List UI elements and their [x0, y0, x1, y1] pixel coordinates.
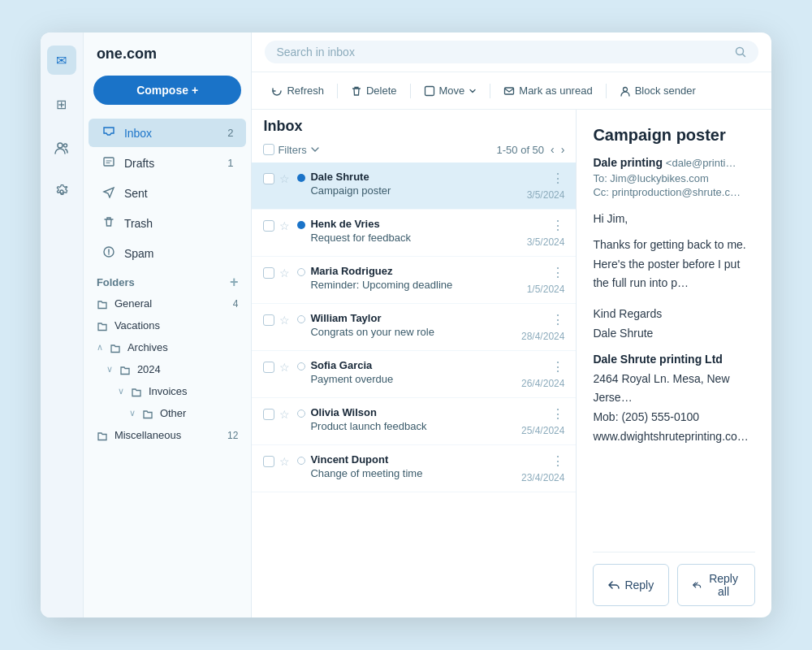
nav-item-drafts[interactable]: Drafts 1 — [89, 149, 247, 177]
search-icon — [734, 46, 747, 58]
body-line2: Thanks for getting back to me. Here's th… — [593, 236, 755, 293]
reply-all-icon — [693, 579, 702, 591]
folder-2024[interactable]: ∨ 2024 — [84, 358, 252, 380]
email-row[interactable]: ☆ Vincent Dupont Change of meeting time … — [252, 445, 576, 492]
email-row[interactable]: ☆ William Taylor Congrats on your new ro… — [252, 304, 576, 351]
spam-icon — [102, 245, 116, 261]
email-checkbox[interactable] — [263, 220, 274, 232]
nav-sent-label: Sent — [124, 187, 148, 200]
refresh-button[interactable]: Refresh — [265, 80, 330, 101]
email-content: William Taylor Congrats on your new role — [310, 312, 516, 338]
email-row[interactable]: ☆ Maria Rodriguez Reminder: Upcoming dea… — [252, 257, 576, 304]
email-checkbox[interactable] — [263, 409, 274, 420]
folder-archives[interactable]: ∧ Archives — [84, 336, 252, 358]
email-content: Henk de Vries Request for feedback — [310, 218, 521, 244]
email-checkbox[interactable] — [263, 173, 274, 184]
move-button[interactable]: Move — [417, 80, 484, 101]
star-icon[interactable]: ☆ — [279, 455, 292, 468]
main-panel: Refresh Delete Move Mark as unread Bloc — [252, 32, 771, 618]
email-sender: Maria Rodriguez — [310, 265, 521, 277]
folder-miscellaneous[interactable]: Miscellaneous 12 — [84, 424, 252, 446]
email-date: 28/4/2024 — [521, 331, 564, 342]
select-all-checkbox[interactable] — [263, 144, 274, 155]
email-checkbox[interactable] — [263, 362, 274, 373]
email-meta: ⋮ 26/4/2024 — [521, 359, 564, 389]
email-more-button[interactable]: ⋮ — [551, 171, 564, 186]
mark-unread-button[interactable]: Mark as unread — [497, 80, 598, 101]
email-more-button[interactable]: ⋮ — [551, 406, 564, 422]
delete-label: Delete — [366, 84, 397, 97]
sidebar-icon-settings[interactable] — [47, 177, 76, 206]
search-bar[interactable] — [265, 41, 758, 63]
folder-2024-label: 2024 — [137, 363, 161, 375]
email-row[interactable]: ☆ Olivia Wilson Product launch feedback … — [252, 398, 576, 445]
email-row[interactable]: ☆ Dale Shrute Campaign poster ⋮ 3/5/2024 — [252, 162, 576, 210]
email-checkbox[interactable] — [263, 267, 274, 279]
folder-general[interactable]: General 4 — [84, 292, 252, 314]
email-sender: Olivia Wilson — [310, 406, 516, 418]
email-checkbox[interactable] — [263, 314, 274, 326]
brand-logo: one.com — [84, 46, 252, 76]
block-sender-button[interactable]: Block sender — [613, 80, 702, 101]
email-more-button[interactable]: ⋮ — [551, 453, 564, 469]
svg-rect-5 — [425, 86, 434, 95]
star-icon[interactable]: ☆ — [279, 314, 292, 327]
folder-general-badge: 4 — [233, 298, 239, 310]
nav-item-inbox[interactable]: Inbox 2 — [89, 119, 247, 147]
block-label: Block sender — [635, 84, 696, 97]
email-body: Hi Jim, Thanks for getting back to me. H… — [593, 210, 755, 542]
folders-header: Folders + — [84, 268, 252, 292]
folder-other[interactable]: ∨ Other — [84, 402, 252, 424]
star-icon[interactable]: ☆ — [279, 172, 292, 185]
sidebar-icon-contacts[interactable] — [47, 133, 76, 162]
email-more-button[interactable]: ⋮ — [551, 218, 564, 233]
folder-misc-badge: 12 — [227, 430, 238, 441]
read-indicator — [297, 315, 305, 323]
star-icon[interactable]: ☆ — [279, 408, 292, 421]
read-indicator — [297, 410, 305, 418]
compose-button[interactable]: Compose + — [93, 76, 242, 105]
folder-invoices[interactable]: ∨ Invoices — [84, 380, 252, 402]
sig-company: Dale Shrute printing Ltd — [593, 350, 755, 370]
next-page-button[interactable]: › — [561, 143, 565, 156]
search-input[interactable] — [276, 46, 728, 58]
email-more-button[interactable]: ⋮ — [551, 312, 564, 327]
from-name: Dale printing — [593, 156, 663, 169]
nav-item-spam[interactable]: Spam — [89, 239, 247, 267]
email-sender: Sofia Garcia — [310, 359, 516, 371]
delete-button[interactable]: Delete — [344, 80, 404, 101]
email-more-button[interactable]: ⋮ — [551, 265, 564, 280]
email-row[interactable]: ☆ Sofia Garcia Payment overdue ⋮ 26/4/20… — [252, 351, 576, 398]
refresh-label: Refresh — [287, 84, 324, 97]
star-icon[interactable]: ☆ — [279, 219, 292, 232]
email-checkbox[interactable] — [263, 456, 274, 467]
email-subject: Campaign poster — [310, 184, 521, 197]
unread-indicator — [297, 174, 305, 182]
email-more-button[interactable]: ⋮ — [551, 359, 564, 375]
nav-item-trash[interactable]: Trash — [89, 209, 247, 237]
move-label: Move — [439, 84, 465, 97]
star-icon[interactable]: ☆ — [279, 361, 292, 374]
email-subject: Congrats on your new role — [310, 326, 516, 338]
star-icon[interactable]: ☆ — [279, 266, 292, 280]
email-row[interactable]: ☆ Henk de Vries Request for feedback ⋮ 3… — [252, 210, 576, 257]
toolbar-sep-1 — [337, 84, 338, 98]
filters-button[interactable]: Filters — [263, 144, 319, 156]
nav-inbox-label: Inbox — [124, 127, 152, 140]
add-folder-button[interactable]: + — [230, 275, 239, 289]
nav-item-sent[interactable]: Sent — [89, 179, 247, 207]
unread-indicator — [297, 221, 305, 229]
svg-rect-2 — [104, 158, 114, 166]
prev-page-button[interactable]: ‹ — [551, 143, 555, 156]
sidebar-icon-calendar[interactable]: ⊞ — [47, 89, 76, 119]
email-toolbar: Refresh Delete Move Mark as unread Bloc — [252, 72, 771, 110]
sidebar-icon-mail[interactable]: ✉ — [47, 46, 76, 75]
folder-misc-label: Miscellaneous — [114, 429, 181, 441]
body-line1: Hi Jim, — [593, 210, 755, 229]
email-footer: Reply Reply all — [593, 552, 755, 618]
sig-address: 2464 Royal Ln. Mesa, New Jerse… — [593, 370, 755, 409]
reply-button[interactable]: Reply — [593, 564, 669, 606]
reply-all-button[interactable]: Reply all — [677, 564, 755, 606]
sig-web: www.dwightshruteprinting.co… — [593, 427, 755, 447]
folder-vacations[interactable]: Vacations — [84, 314, 252, 336]
